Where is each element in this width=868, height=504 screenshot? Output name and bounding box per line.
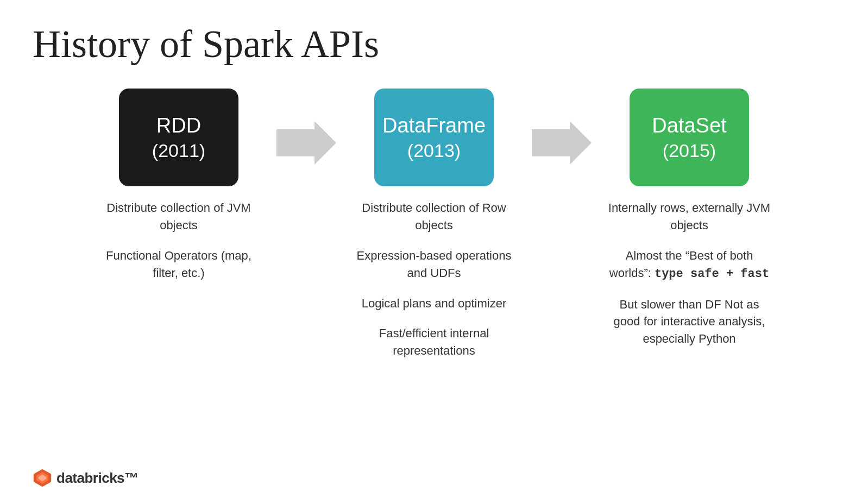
dataframe-column: DataFrame (2013) Distribute collection o… xyxy=(342,89,526,360)
rdd-description: Distribute collection of JVM objects Fun… xyxy=(97,199,260,282)
arrow-1-icon xyxy=(276,121,336,165)
dataframe-desc-1: Distribute collection of Row objects xyxy=(353,199,515,234)
dataframe-desc-3: Logical plans and optimizer xyxy=(353,295,515,312)
databricks-diamond-icon xyxy=(33,468,52,488)
type-safe-label: type safe + fast xyxy=(655,267,769,281)
dataset-box: DataSet (2015) xyxy=(630,89,749,186)
page-title: History of Spark APIs xyxy=(0,0,868,78)
rdd-desc-1: Distribute collection of JVM objects xyxy=(97,199,260,234)
dataframe-name: DataFrame xyxy=(382,113,486,139)
dataframe-description: Distribute collection of Row objects Exp… xyxy=(353,199,515,360)
arrow-2-icon xyxy=(532,121,592,165)
rdd-column: RDD (2011) Distribute collection of JVM … xyxy=(86,89,271,282)
svg-marker-1 xyxy=(532,121,592,165)
svg-marker-0 xyxy=(276,121,336,165)
dataset-desc-2: Almost the “Best of both worlds”: type s… xyxy=(608,247,771,283)
dataset-desc-3: But slower than DF Not as good for inter… xyxy=(608,296,771,348)
dataframe-year: (2013) xyxy=(407,139,461,162)
dataset-description: Internally rows, externally JVM objects … xyxy=(608,199,771,348)
databricks-logo: databricks™ xyxy=(33,468,139,488)
rdd-desc-2: Functional Operators (map, filter, etc.) xyxy=(97,247,260,282)
rdd-box: RDD (2011) xyxy=(119,89,238,186)
rdd-name: RDD xyxy=(156,113,201,139)
dataframe-box: DataFrame (2013) xyxy=(374,89,494,186)
dataset-year: (2015) xyxy=(663,139,716,162)
dataset-name: DataSet xyxy=(652,113,726,139)
arrow-1 xyxy=(271,89,342,186)
rdd-year: (2011) xyxy=(152,139,205,162)
dataframe-desc-4: Fast/efficient internal representations xyxy=(353,325,515,360)
dataset-desc-1: Internally rows, externally JVM objects xyxy=(608,199,771,234)
dataframe-desc-2: Expression-based operations and UDFs xyxy=(353,247,515,282)
main-diagram: RDD (2011) Distribute collection of JVM … xyxy=(0,78,868,360)
databricks-wordmark: databricks™ xyxy=(56,470,139,487)
arrow-2 xyxy=(526,89,597,186)
dataset-column: DataSet (2015) Internally rows, external… xyxy=(597,89,782,348)
